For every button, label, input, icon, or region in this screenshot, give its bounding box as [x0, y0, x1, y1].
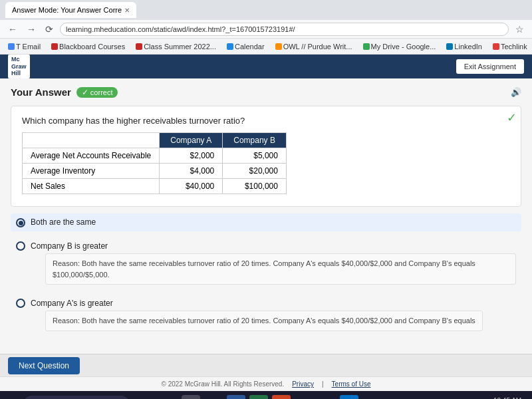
bookmark-owl[interactable]: OWL // Purdue Writ... — [273, 41, 355, 52]
taskbar: ⊞ 🔍 Search 📁 📌 🟢 W X P ▶ 🔵 📧 10:45 AM11/… — [0, 391, 532, 399]
footer-copyright: © 2022 McGraw Hill. All Rights Reserved. — [162, 380, 285, 388]
table-cell-label: Net Sales — [23, 179, 160, 194]
radio-company-b — [16, 241, 25, 251]
correct-badge: ✓ correct — [76, 87, 118, 98]
exit-assignment-button[interactable]: Exit Assignment — [456, 59, 524, 74]
option-company-b[interactable]: Company B is greater Reason: Both have t… — [11, 237, 521, 289]
url-text: learning.mheducation.com/static/awd/inde… — [66, 25, 295, 33]
taskbar-icon-explorer[interactable]: 📁 — [136, 395, 155, 399]
bookmark-icon-cal — [227, 43, 233, 50]
taskbar-icon-green[interactable]: 🟢 — [204, 395, 223, 399]
footer-separator: | — [322, 380, 324, 388]
url-bar[interactable]: learning.mheducation.com/static/awd/inde… — [60, 23, 509, 36]
radio-company-a — [16, 299, 25, 308]
table-cell-label: Average Inventory — [23, 164, 160, 179]
table-cell-label: Average Net Accounts Receivable — [23, 148, 160, 164]
bookmarks-bar: T Email Blackboard Courses Class Summer … — [0, 39, 532, 55]
bookmark-icon-email — [8, 43, 15, 50]
mcgraw-logo: Mc Graw Hill — [8, 55, 30, 78]
bookmark-icon-owl — [275, 43, 282, 50]
option-company-a-label: Company A's is greater — [31, 299, 113, 308]
active-tab[interactable]: Answer Mode: Your Answer Corre ✕ — [5, 2, 136, 18]
taskbar-icon-excel[interactable]: X — [249, 395, 268, 399]
bookmark-linkedin[interactable]: LinkedIn — [444, 41, 485, 52]
reason-company-a: Reason: Both have the same receivables t… — [45, 311, 483, 331]
star-button[interactable]: ☆ — [513, 23, 527, 36]
option-both-same-label: Both are the same — [31, 217, 96, 227]
radio-both-same — [16, 218, 25, 227]
footer-privacy-link[interactable]: Privacy — [292, 380, 314, 388]
taskbar-icon-outlook[interactable]: 📧 — [340, 395, 358, 399]
browser-tab-bar: Answer Mode: Your Answer Corre ✕ — [0, 0, 532, 20]
tab-close-icon[interactable]: ✕ — [124, 7, 130, 14]
bookmark-drive[interactable]: My Drive - Google... — [360, 41, 439, 52]
nav-bar: ← → ⟳ learning.mheducation.com/static/aw… — [0, 20, 532, 39]
your-answer-title: Your Answer — [11, 86, 71, 98]
taskbar-icon-media[interactable]: ▶ — [295, 395, 313, 399]
speaker-icon[interactable]: 🔊 — [511, 87, 521, 97]
action-bar: Next Question — [0, 354, 532, 376]
answer-header: Your Answer ✓ correct 🔊 — [11, 86, 521, 98]
check-icon: ✓ — [82, 88, 88, 97]
bookmark-calendar[interactable]: Calendar — [224, 41, 267, 52]
table-cell-b: $5,000 — [223, 148, 287, 164]
taskbar-icon-blue[interactable]: 🔵 — [317, 395, 336, 399]
taskbar-icon-edge[interactable] — [159, 395, 178, 399]
app-header: Mc Graw Hill Exit Assignment — [0, 55, 532, 78]
corner-checkmark-icon: ✓ — [507, 110, 517, 125]
table-row: Net Sales$40,000$100,000 — [23, 179, 287, 194]
taskbar-icons: 📁 📌 🟢 W X P ▶ 🔵 📧 — [136, 395, 358, 399]
option-both-same[interactable]: Both are the same — [11, 213, 521, 231]
bookmark-blackboard[interactable]: Blackboard Courses — [49, 41, 128, 52]
bookmark-icon-drive — [363, 43, 370, 50]
page-footer: © 2022 McGraw Hill. All Rights Reserved.… — [0, 376, 532, 391]
comparison-table: Company A Company B Average Net Accounts… — [22, 132, 287, 194]
option-company-a[interactable]: Company A's is greater Reason: Both have… — [11, 294, 521, 335]
footer-terms-link[interactable]: Terms of Use — [332, 380, 371, 388]
reason-company-b: Reason: Both have the same receivables t… — [45, 253, 516, 285]
table-header-company-a: Company A — [160, 133, 223, 148]
option-company-b-label: Company B is greater — [31, 241, 108, 251]
table-header-row-label — [23, 133, 160, 148]
table-header-company-b: Company B — [223, 133, 287, 148]
table-row: Average Net Accounts Receivable$2,000$5,… — [23, 148, 287, 164]
bookmark-icon-class — [136, 43, 142, 50]
taskbar-icon-ppt[interactable]: P — [272, 395, 291, 399]
bookmark-class[interactable]: Class Summer 2022... — [133, 41, 219, 52]
taskbar-search[interactable]: 🔍 Search — [23, 396, 130, 399]
bookmark-techlink[interactable]: Techlink — [490, 41, 530, 52]
table-cell-b: $20,000 — [223, 164, 287, 179]
question-box: Which company has the higher receivables… — [11, 106, 521, 207]
forward-button[interactable]: → — [24, 23, 39, 36]
radio-inner-both-same — [19, 221, 23, 225]
options-container: Both are the same Company B is greater R… — [11, 213, 521, 335]
table-cell-b: $100,000 — [223, 179, 287, 194]
start-button[interactable]: ⊞ — [5, 394, 21, 399]
table-cell-a: $40,000 — [160, 179, 223, 194]
tab-title: Answer Mode: Your Answer Corre — [12, 6, 122, 14]
bookmark-icon-li — [446, 43, 453, 50]
question-text: Which company has the higher receivables… — [22, 116, 510, 126]
taskbar-icon-pin[interactable]: 📌 — [182, 395, 200, 399]
bookmark-icon-tech — [493, 43, 499, 50]
reload-button[interactable]: ⟳ — [43, 23, 56, 36]
table-cell-a: $2,000 — [160, 148, 223, 164]
main-content: Your Answer ✓ correct 🔊 Which company ha… — [0, 78, 532, 354]
bookmark-email[interactable]: T Email — [5, 41, 43, 52]
bookmark-icon-bb — [51, 43, 58, 50]
taskbar-icon-word[interactable]: W — [227, 395, 245, 399]
back-button[interactable]: ← — [5, 23, 20, 36]
table-row: Average Inventory$4,000$20,000 — [23, 164, 287, 179]
table-cell-a: $4,000 — [160, 164, 223, 179]
next-question-button[interactable]: Next Question — [8, 357, 80, 374]
